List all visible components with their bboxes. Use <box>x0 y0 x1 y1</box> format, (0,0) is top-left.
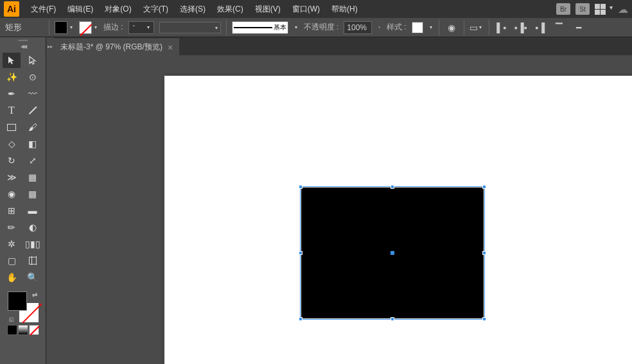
artboard-tool[interactable]: ▢ <box>3 253 21 268</box>
menu-edit[interactable]: 编辑(E) <box>62 1 98 17</box>
menu-object[interactable]: 对象(O) <box>100 1 136 17</box>
control-bar: 矩形 ▾ ▾ 描边 : ⌃ ▾ ▾ 基本 ▾ 不透明度 : 100% › 样式 … <box>0 18 632 37</box>
opacity-arrow[interactable]: › <box>378 24 380 30</box>
menu-select[interactable]: 选择(S) <box>175 1 211 17</box>
document-tab[interactable]: 未标题-3* @ 97% (RGB/预览) × <box>54 39 179 55</box>
slice-tool[interactable] <box>24 253 42 268</box>
menu-bar: Ai 文件(F) 编辑(E) 对象(O) 文字(T) 选择(S) 效果(C) 视… <box>0 0 632 18</box>
align-center-icon[interactable]: ▪▐▪ <box>514 21 528 35</box>
workspace-switcher[interactable]: ▾ <box>595 4 613 15</box>
stroke-weight-input[interactable]: ⌃ ▾ <box>128 21 154 34</box>
width-tool[interactable]: ≫ <box>3 169 21 185</box>
panel-grip[interactable] <box>0 37 46 44</box>
stroke-swatch[interactable] <box>79 21 92 34</box>
line-tool[interactable] <box>24 103 42 118</box>
menu-file[interactable]: 文件(F) <box>26 1 61 17</box>
stroke-profile-dd[interactable]: ▾ <box>159 22 221 33</box>
rectangle-tool[interactable] <box>3 119 21 135</box>
scale-tool[interactable]: ⤢ <box>24 153 42 168</box>
close-tab-icon[interactable]: × <box>168 42 173 53</box>
free-transform-tool[interactable]: ▦ <box>24 169 42 185</box>
gradient-tool[interactable]: ▬ <box>24 203 42 218</box>
style-label: 样式 : <box>387 22 407 33</box>
default-fill-stroke-icon[interactable]: ◱ <box>9 316 14 322</box>
tools-panel: ◀◀ ✨ ⊙ ✒ 〰 T 🖌 ◇ ◧ ↻ ⤢ ≫ ▦ ◉ ▦ ⊞ ▬ ✎ ◐ ✲… <box>0 37 46 364</box>
recolor-icon[interactable]: ◉ <box>444 21 459 35</box>
panel-collapse-arrows[interactable]: ◀◀ <box>0 44 46 50</box>
tab-title: 未标题-3* @ 97% (RGB/预览) <box>60 42 162 53</box>
menu-view[interactable]: 视图(V) <box>250 1 286 17</box>
canvas[interactable] <box>46 55 632 364</box>
color-mode-none[interactable] <box>29 325 39 335</box>
color-mode-solid[interactable] <box>7 325 17 335</box>
perspective-grid-tool[interactable]: ▦ <box>24 186 42 202</box>
selection-tool[interactable] <box>3 53 21 68</box>
direct-selection-tool[interactable] <box>24 53 42 68</box>
pen-tool[interactable]: ✒ <box>3 86 21 101</box>
type-tool[interactable]: T <box>3 103 21 118</box>
eraser-tool[interactable]: ◧ <box>24 136 42 152</box>
align-left-icon[interactable]: ▌▪ <box>495 21 509 35</box>
eyedropper-tool[interactable]: ✎ <box>3 220 21 235</box>
panel-expand-arrows[interactable]: ▸▸ <box>46 37 54 55</box>
lasso-tool[interactable]: ⊙ <box>24 69 42 85</box>
stroke-dd-arrow[interactable]: ▾ <box>94 24 97 30</box>
fill-stroke-indicator[interactable]: ⇄ ◱ <box>8 291 39 322</box>
magic-wand-tool[interactable]: ✨ <box>3 69 21 85</box>
fill-dd-arrow[interactable]: ▾ <box>70 24 73 30</box>
column-graph-tool[interactable]: ▯▮▯ <box>24 236 42 252</box>
menu-effect[interactable]: 效果(C) <box>212 1 249 17</box>
align-artboard-icon[interactable]: ▭▾ <box>470 21 484 35</box>
hand-tool[interactable]: ✋ <box>3 270 21 285</box>
style-swatch[interactable] <box>412 22 423 33</box>
align-top-icon[interactable]: ▔ <box>552 21 566 35</box>
rotate-tool[interactable]: ↻ <box>3 153 21 168</box>
mesh-tool[interactable]: ⊞ <box>3 203 21 218</box>
fill-swatch[interactable] <box>55 21 67 34</box>
color-mode-gradient[interactable] <box>18 325 28 335</box>
brush-preview[interactable]: 基本 <box>232 21 288 34</box>
symbol-sprayer-tool[interactable]: ✲ <box>3 236 21 252</box>
paintbrush-tool[interactable]: 🖌 <box>24 119 42 135</box>
opacity-input[interactable]: 100% <box>344 21 372 34</box>
opacity-label: 不透明度 : <box>304 22 339 33</box>
menu-type[interactable]: 文字(T) <box>138 1 173 17</box>
blend-tool[interactable]: ◐ <box>24 220 42 235</box>
shape-builder-tool[interactable]: ◉ <box>3 186 21 202</box>
app-logo: Ai <box>4 1 19 17</box>
shaper-tool[interactable]: ◇ <box>3 136 21 152</box>
brush-dd-arrow[interactable]: ▾ <box>295 24 297 30</box>
rectangle-shape[interactable] <box>301 187 484 318</box>
stroke-label: 描边 : <box>103 22 123 33</box>
bridge-icon[interactable]: Br <box>556 3 570 15</box>
shape-label: 矩形 <box>5 22 44 33</box>
align-right-icon[interactable]: ▪▐ <box>533 21 547 35</box>
document-tab-bar: ▸▸ 未标题-3* @ 97% (RGB/预览) × <box>46 37 632 55</box>
menu-window[interactable]: 窗口(W) <box>287 1 325 17</box>
style-dd-arrow[interactable]: ▾ <box>430 24 432 30</box>
menu-help[interactable]: 帮助(H) <box>326 1 363 17</box>
sync-icon[interactable]: ☁ <box>618 3 628 15</box>
zoom-tool[interactable]: 🔍 <box>24 270 42 285</box>
align-middle-icon[interactable]: ━ <box>572 21 586 35</box>
stock-icon[interactable]: St <box>575 3 590 15</box>
fill-color-box[interactable] <box>8 291 27 311</box>
curvature-tool[interactable]: 〰 <box>24 86 42 101</box>
swap-fill-stroke-icon[interactable]: ⇄ <box>32 291 37 299</box>
